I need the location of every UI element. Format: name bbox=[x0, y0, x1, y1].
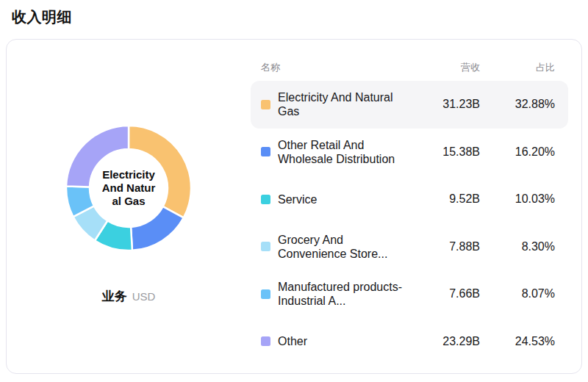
chart-caption: 业务 USD bbox=[102, 288, 156, 305]
table-row[interactable]: Other23.29B24.53% bbox=[251, 318, 568, 366]
segment-label: Manufactured products-Industrial A... bbox=[278, 280, 409, 308]
donut-segment[interactable] bbox=[66, 126, 129, 187]
segment-label: Electricity And Natural Gas bbox=[278, 90, 409, 118]
segment-revenue: 7.66B bbox=[409, 287, 480, 300]
segment-name-cell: Service bbox=[261, 192, 409, 206]
header-name: 名称 bbox=[261, 61, 409, 74]
table-row[interactable]: Other Retail And Wholesale Distribution1… bbox=[251, 129, 568, 176]
table-row[interactable]: Manufactured products-Industrial A...7.6… bbox=[251, 270, 568, 318]
segment-share: 10.03% bbox=[480, 192, 555, 206]
legend-swatch-icon bbox=[261, 100, 270, 109]
breakdown-table: 名称 营收 占比 Electricity And Natural Gas31.2… bbox=[251, 40, 581, 373]
segment-name-cell: Manufactured products-Industrial A... bbox=[261, 280, 409, 308]
segment-name-cell: Electricity And Natural Gas bbox=[261, 90, 409, 118]
table-header-row: 名称 营收 占比 bbox=[251, 54, 568, 81]
segment-name-cell: Other Retail And Wholesale Distribution bbox=[261, 138, 409, 166]
table-row[interactable]: Service9.52B10.03% bbox=[251, 176, 568, 223]
segment-label: Other bbox=[278, 334, 307, 348]
donut-segment[interactable] bbox=[129, 126, 191, 217]
legend-swatch-icon bbox=[261, 289, 270, 299]
segment-revenue: 31.23B bbox=[409, 98, 480, 111]
caption-unit: USD bbox=[132, 290, 156, 303]
legend-swatch-icon bbox=[261, 336, 270, 346]
segment-share: 24.53% bbox=[480, 335, 555, 348]
legend-swatch-icon bbox=[261, 195, 270, 204]
donut-svg bbox=[64, 123, 193, 253]
segment-name-cell: Grocery And Convenience Store... bbox=[261, 233, 409, 261]
table-row[interactable]: Grocery And Convenience Store...7.88B8.3… bbox=[251, 223, 568, 271]
segment-revenue: 9.52B bbox=[409, 192, 480, 206]
header-share: 占比 bbox=[480, 61, 555, 74]
legend-swatch-icon bbox=[261, 147, 270, 156]
legend-swatch-icon bbox=[261, 242, 270, 251]
segment-share: 8.30% bbox=[480, 240, 555, 253]
caption-label: 业务 bbox=[102, 288, 127, 305]
segment-share: 32.88% bbox=[480, 98, 555, 111]
segment-name-cell: Other bbox=[261, 334, 409, 348]
segment-share: 16.20% bbox=[480, 145, 555, 159]
page: 收入明细 Electricity And Natur al Gas 业务 USD… bbox=[0, 0, 588, 380]
segment-share: 8.07% bbox=[480, 287, 555, 300]
segment-revenue: 7.88B bbox=[409, 240, 480, 253]
segment-label: Grocery And Convenience Store... bbox=[278, 233, 409, 261]
header-revenue: 营收 bbox=[409, 61, 480, 74]
donut-chart: Electricity And Natur al Gas bbox=[64, 123, 193, 253]
segment-label: Other Retail And Wholesale Distribution bbox=[278, 138, 409, 166]
table-row[interactable]: Electricity And Natural Gas31.23B32.88% bbox=[251, 81, 568, 129]
table-body: Electricity And Natural Gas31.23B32.88%O… bbox=[251, 81, 568, 365]
segment-label: Service bbox=[278, 192, 317, 206]
chart-panel: Electricity And Natur al Gas 业务 USD bbox=[7, 40, 251, 373]
donut-segment[interactable] bbox=[131, 206, 184, 251]
revenue-detail-card: Electricity And Natur al Gas 业务 USD 名称 营… bbox=[6, 39, 582, 374]
segment-revenue: 15.38B bbox=[409, 145, 480, 159]
page-title: 收入明细 bbox=[12, 7, 582, 27]
segment-revenue: 23.29B bbox=[409, 335, 480, 348]
